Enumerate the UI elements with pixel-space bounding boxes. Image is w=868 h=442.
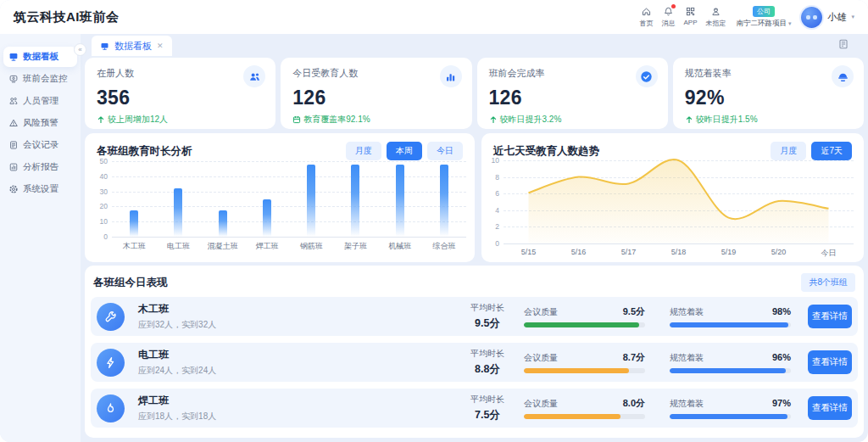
line-chart-panel: 近七天受教育人数趋势 月度近7天 02468105/155/165/175/18… bbox=[481, 133, 864, 262]
x-axis-label: 焊工班 bbox=[255, 241, 278, 252]
attire-progressbar bbox=[670, 414, 791, 419]
stat-value: 356 bbox=[97, 87, 264, 109]
sidebar-collapse-button[interactable]: « bbox=[74, 43, 86, 56]
quality-progressbar bbox=[524, 414, 645, 419]
sidebar-item-6[interactable]: 系统设置 bbox=[3, 179, 77, 199]
nav-label: 未指定 bbox=[705, 19, 726, 28]
group-count-button[interactable]: 共8个班组 bbox=[801, 273, 855, 292]
stat-value: 92% bbox=[685, 87, 852, 109]
bar-木工班 bbox=[130, 210, 138, 237]
stat-label: 规范着装率 bbox=[685, 67, 852, 80]
bolt-icon bbox=[97, 349, 125, 377]
flame-icon bbox=[97, 394, 125, 422]
stat-cards: 在册人数 356 较上周增加12人今日受教育人数 126 教育覆盖率92.1%班… bbox=[85, 58, 864, 129]
bar-chart-filter[interactable]: 今日 bbox=[427, 142, 463, 160]
x-axis-label: 电工班 bbox=[167, 241, 190, 252]
y-axis-label: 10 bbox=[492, 156, 504, 165]
group-name: 焊工班 bbox=[138, 394, 460, 408]
group-attendance: 应到32人，实到32人 bbox=[138, 319, 460, 331]
close-icon[interactable]: ✕ bbox=[157, 42, 164, 50]
record-icon bbox=[8, 140, 19, 150]
sidebar-item-1[interactable]: 班前会监控 bbox=[3, 69, 77, 89]
view-detail-button[interactable]: 查看详情 bbox=[808, 350, 852, 374]
tab-list-icon[interactable] bbox=[837, 38, 849, 53]
nav-home[interactable]: 首页 bbox=[639, 6, 653, 28]
y-axis-label: 0 bbox=[495, 239, 504, 248]
charts-row: 各班组教育时长分析 月度本周今日 01020304050木工班电工班混凝土班焊工… bbox=[85, 133, 864, 262]
bar-chart-title: 各班组教育时长分析 bbox=[97, 144, 192, 159]
gridline bbox=[504, 243, 854, 244]
line-chart-title: 近七天受教育人数趋势 bbox=[493, 144, 599, 159]
stat-trend: 较上周增加12人 bbox=[97, 114, 264, 126]
alert-icon bbox=[8, 118, 19, 128]
group-name: 电工班 bbox=[138, 348, 460, 362]
x-axis-label: 5/17 bbox=[621, 248, 637, 256]
avatar bbox=[801, 7, 822, 28]
x-axis-label: 钢筋班 bbox=[300, 241, 323, 252]
chevron-down-icon: ▾ bbox=[851, 14, 854, 20]
attire-compliance: 规范着装98% bbox=[670, 306, 791, 327]
bar-电工班 bbox=[174, 188, 182, 237]
x-axis-label: 木工班 bbox=[123, 241, 146, 252]
worker-icon bbox=[710, 6, 721, 17]
meeting-quality: 会议质量8.7分 bbox=[524, 351, 645, 373]
gridline bbox=[112, 161, 466, 162]
sidebar-item-4[interactable]: 会议记录 bbox=[3, 135, 77, 155]
meeting-quality: 会议质量9.5分 bbox=[524, 305, 645, 327]
view-detail-button[interactable]: 查看详情 bbox=[808, 396, 852, 420]
x-axis-label: 5/19 bbox=[721, 248, 737, 256]
gridline bbox=[112, 176, 466, 177]
team-icon bbox=[243, 65, 265, 87]
sidebar-item-label: 班前会监控 bbox=[23, 73, 68, 85]
group-info: 焊工班 应到18人，实到18人 bbox=[138, 394, 460, 422]
report-icon bbox=[8, 162, 19, 172]
group-name: 木工班 bbox=[138, 302, 460, 316]
stat-trend: 较昨日提升3.2% bbox=[489, 114, 656, 126]
tab-dashboard[interactable]: 数据看板 ✕ bbox=[92, 36, 172, 56]
nav-worker[interactable]: 未指定 bbox=[705, 6, 726, 28]
project-selector[interactable]: 公司 南宁二环路项目▾ bbox=[736, 6, 791, 29]
tab-bar: 数据看板 ✕ bbox=[85, 34, 864, 56]
sidebar-item-0[interactable]: 数据看板 bbox=[3, 47, 77, 67]
avg-duration: 平均时长 9.5分 bbox=[460, 302, 515, 331]
sidebar: 数据看板班前会监控人员管理风险预警会议记录分析报告系统设置 bbox=[0, 34, 81, 442]
header-actions: 首页消息APP未指定 公司 南宁二环路项目▾ 小雄 ▾ bbox=[639, 6, 854, 29]
x-axis-label: 架子班 bbox=[344, 241, 367, 252]
avg-duration: 平均时长 8.8分 bbox=[460, 348, 515, 377]
nav-label: APP bbox=[683, 19, 697, 26]
performance-row-0: 木工班 应到32人，实到32人 平均时长 9.5分 会议质量9.5分 规范着装9… bbox=[91, 297, 858, 336]
bar-混凝土班 bbox=[219, 210, 227, 237]
nav-label: 首页 bbox=[639, 19, 653, 28]
line-chart-filter[interactable]: 月度 bbox=[771, 142, 806, 160]
project-name: 南宁二环路项目 bbox=[736, 19, 787, 29]
stat-card-2: 班前会完成率 126 较昨日提升3.2% bbox=[477, 58, 668, 129]
nav-qrcode[interactable]: APP bbox=[683, 6, 697, 28]
line-chart-filter[interactable]: 近7天 bbox=[811, 142, 852, 160]
dashboard-icon bbox=[8, 52, 19, 62]
stat-value: 126 bbox=[489, 87, 656, 109]
performance-panel: 各班组今日表现 共8个班组 木工班 应到32人，实到32人 平均时长 9.5分 … bbox=[85, 266, 864, 438]
sidebar-item-2[interactable]: 人员管理 bbox=[3, 91, 77, 111]
user-menu[interactable]: 小雄 ▾ bbox=[801, 7, 854, 28]
stat-trend: 教育覆盖率92.1% bbox=[292, 114, 459, 126]
y-axis-label: 4 bbox=[495, 206, 504, 215]
sidebar-item-5[interactable]: 分析报告 bbox=[3, 157, 77, 177]
attire-compliance: 规范着装96% bbox=[670, 352, 791, 373]
bar-chart-panel: 各班组教育时长分析 月度本周今日 01020304050木工班电工班混凝土班焊工… bbox=[85, 133, 475, 262]
view-detail-button[interactable]: 查看详情 bbox=[808, 305, 852, 328]
attire-compliance: 规范着装97% bbox=[670, 398, 791, 419]
main-content: 数据看板 ✕ 在册人数 356 较上周增加12人今日受教育人数 126 教育覆盖… bbox=[81, 34, 868, 442]
check-icon bbox=[636, 65, 658, 87]
bar-chart-filter[interactable]: 月度 bbox=[346, 142, 381, 160]
nav-bell[interactable]: 消息 bbox=[661, 6, 675, 28]
sidebar-item-label: 会议记录 bbox=[23, 139, 58, 151]
bar-chart-filter[interactable]: 本周 bbox=[387, 142, 422, 160]
wrench-icon bbox=[97, 303, 125, 331]
bar-综合班 bbox=[440, 165, 448, 237]
stat-trend: 较昨日提升1.5% bbox=[685, 114, 852, 126]
y-axis-label: 0 bbox=[103, 232, 112, 241]
sidebar-item-3[interactable]: 风险预警 bbox=[3, 113, 77, 133]
y-axis-label: 40 bbox=[100, 172, 112, 181]
settings-icon bbox=[8, 184, 19, 194]
attire-progressbar bbox=[670, 368, 791, 373]
